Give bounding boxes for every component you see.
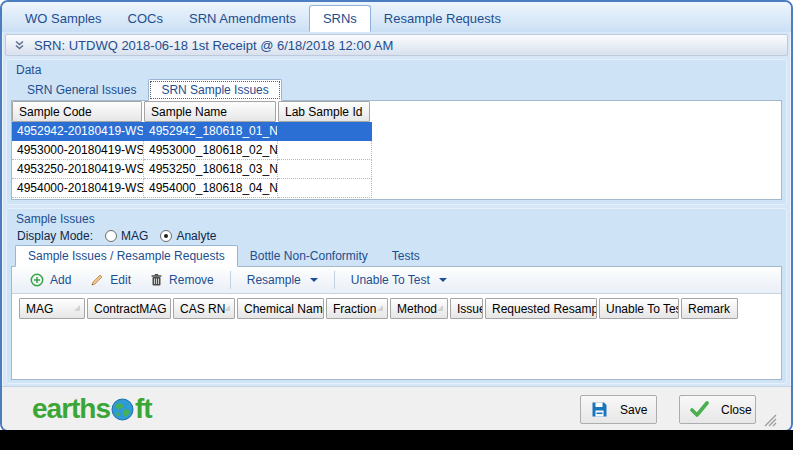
cell-lab-sample-id[interactable] (278, 122, 372, 141)
data-group-title: Data (7, 60, 786, 79)
main-content: Data SRN General Issues SRN Sample Issue… (2, 58, 791, 386)
radio-circle-icon[interactable] (105, 230, 117, 242)
cell-lab-sample-id[interactable] (278, 141, 372, 160)
column-header-sample-name[interactable]: Sample Name (144, 101, 276, 122)
issues-toolbar: Add Edit (12, 267, 781, 294)
resample-label: Resample (247, 273, 301, 287)
issues-grid-header: MAG ContractMAG CAS RN Chemical Name Fra… (19, 298, 781, 319)
trash-icon (150, 273, 163, 287)
sort-icon (74, 305, 80, 311)
chevron-double-down-icon[interactable] (14, 40, 25, 51)
column-header-issue[interactable]: Issue (450, 298, 483, 319)
cell-sample-name[interactable]: 4954000_180618_04_N (144, 179, 278, 198)
table-row[interactable]: 4952942-20180419-WS 4952942_180618_01_N (12, 122, 781, 141)
display-mode-row: Display Mode: MAG Analyte (7, 228, 786, 245)
caret-down-icon (439, 278, 447, 282)
remove-label: Remove (169, 273, 214, 287)
column-header-lab-sample-id[interactable]: Lab Sample Id (278, 101, 370, 122)
save-label: Save (620, 403, 647, 417)
tab-srns[interactable]: SRNs (309, 5, 371, 32)
cell-lab-sample-id[interactable] (278, 179, 372, 198)
table-row[interactable]: 4953250-20180419-WS 4953250_180618_03_N (12, 160, 781, 179)
resize-grip-icon[interactable] (764, 414, 777, 427)
app-window: WO Samples COCs SRN Amendments SRNs Resa… (0, 0, 793, 432)
radio-mag[interactable]: MAG (105, 229, 148, 243)
sample-issues-panel: Add Edit (11, 266, 782, 380)
column-header-sample-code[interactable]: Sample Code (12, 101, 142, 122)
radio-analyte-label: Analyte (176, 229, 216, 243)
column-header-cas-rn[interactable]: CAS RN (173, 298, 235, 319)
footer-bar: earths ft Save (2, 386, 791, 430)
cell-sample-code[interactable]: 4954000-20180419-WS (12, 179, 144, 198)
cell-sample-name[interactable]: 4953250_180618_03_N (144, 160, 278, 179)
column-header-requested-resample[interactable]: Requested Resample (485, 298, 597, 319)
earthsoft-logo: earths ft (32, 395, 152, 423)
tab-srn-sample-issues[interactable]: SRN Sample Issues (148, 79, 281, 101)
floppy-disk-icon (591, 401, 608, 418)
tab-tests[interactable]: Tests (380, 246, 432, 266)
edit-label: Edit (110, 273, 131, 287)
toolbar-separator (334, 271, 335, 289)
sample-issues-title: Sample Issues (7, 209, 786, 228)
toolbar-separator (230, 271, 231, 289)
display-mode-label: Display Mode: (17, 229, 93, 243)
column-header-fraction[interactable]: Fraction (326, 298, 388, 319)
column-header-chemical-name[interactable]: Chemical Name (237, 298, 324, 319)
table-row[interactable]: 4954000-20180419-WS 4954000_180618_04_N (12, 179, 781, 198)
srn-title: SRN: UTDWQ 2018-06-18 1st Receipt @ 6/18… (34, 38, 393, 53)
sort-icon (377, 305, 383, 311)
close-button[interactable]: Close (679, 395, 756, 424)
tab-cocs[interactable]: COCs (115, 6, 176, 31)
tab-bottle-non-conformity[interactable]: Bottle Non-Conformity (238, 246, 380, 266)
save-button[interactable]: Save (580, 395, 657, 424)
remove-button[interactable]: Remove (144, 270, 220, 290)
unable-to-test-label: Unable To Test (351, 273, 430, 287)
radio-analyte[interactable]: Analyte (160, 229, 216, 243)
sort-icon (224, 305, 230, 311)
tab-srn-amendments[interactable]: SRN Amendments (176, 6, 309, 31)
tab-resample-requests[interactable]: Resample Requests (371, 6, 514, 31)
tab-sample-issues-resample-requests[interactable]: Sample Issues / Resample Requests (15, 245, 238, 267)
column-header-method[interactable]: Method (390, 298, 448, 319)
column-header-mag[interactable]: MAG (19, 298, 85, 319)
radio-circle-icon[interactable] (160, 230, 172, 242)
globe-icon (111, 398, 134, 421)
unable-to-test-dropdown-button[interactable]: Unable To Test (345, 270, 453, 290)
caret-down-icon (310, 278, 318, 282)
cell-lab-sample-id[interactable] (278, 160, 372, 179)
issues-grid-empty-area (12, 319, 781, 379)
data-tabs: SRN General Issues SRN Sample Issues (7, 79, 786, 100)
cell-sample-code[interactable]: 4953000-20180419-WS (12, 141, 144, 160)
add-button[interactable]: Add (24, 270, 77, 290)
srn-header-bar[interactable]: SRN: UTDWQ 2018-06-18 1st Receipt @ 6/18… (5, 34, 788, 56)
column-header-contractmag[interactable]: ContractMAG (87, 298, 171, 319)
cell-sample-name[interactable]: 4953000_180618_02_N (144, 141, 278, 160)
sample-table-panel: Sample Code Sample Name Lab Sample Id 49… (11, 100, 782, 200)
pencil-icon (90, 273, 104, 287)
sample-issues-group: Sample Issues Display Mode: MAG Analyte … (6, 208, 787, 384)
top-tab-strip: WO Samples COCs SRN Amendments SRNs Resa… (2, 2, 791, 32)
logo-text: earths (32, 395, 110, 423)
add-label: Add (50, 273, 71, 287)
cell-sample-name[interactable]: 4952942_180618_01_N (144, 122, 278, 141)
cell-sample-code[interactable]: 4953250-20180419-WS (12, 160, 144, 179)
close-label: Close (721, 403, 752, 417)
sample-table-header: Sample Code Sample Name Lab Sample Id (12, 101, 781, 122)
logo-text: ft (135, 395, 152, 423)
cell-sample-code[interactable]: 4952942-20180419-WS (12, 122, 144, 141)
tab-wo-samples[interactable]: WO Samples (12, 6, 115, 31)
radio-mag-label: MAG (121, 229, 148, 243)
column-header-remark[interactable]: Remark (681, 298, 738, 319)
tab-srn-general-issues[interactable]: SRN General Issues (15, 80, 148, 100)
data-group: Data SRN General Issues SRN Sample Issue… (6, 59, 787, 205)
sort-icon (437, 305, 443, 311)
resample-dropdown-button[interactable]: Resample (241, 270, 324, 290)
check-icon (690, 401, 709, 418)
column-header-unable-to-test[interactable]: Unable To Test (599, 298, 679, 319)
plus-circle-icon (30, 273, 44, 287)
sample-issues-tabs: Sample Issues / Resample Requests Bottle… (7, 245, 786, 266)
table-row[interactable]: 4953000-20180419-WS 4953000_180618_02_N (12, 141, 781, 160)
edit-button[interactable]: Edit (84, 270, 137, 290)
screen-background (0, 430, 793, 450)
